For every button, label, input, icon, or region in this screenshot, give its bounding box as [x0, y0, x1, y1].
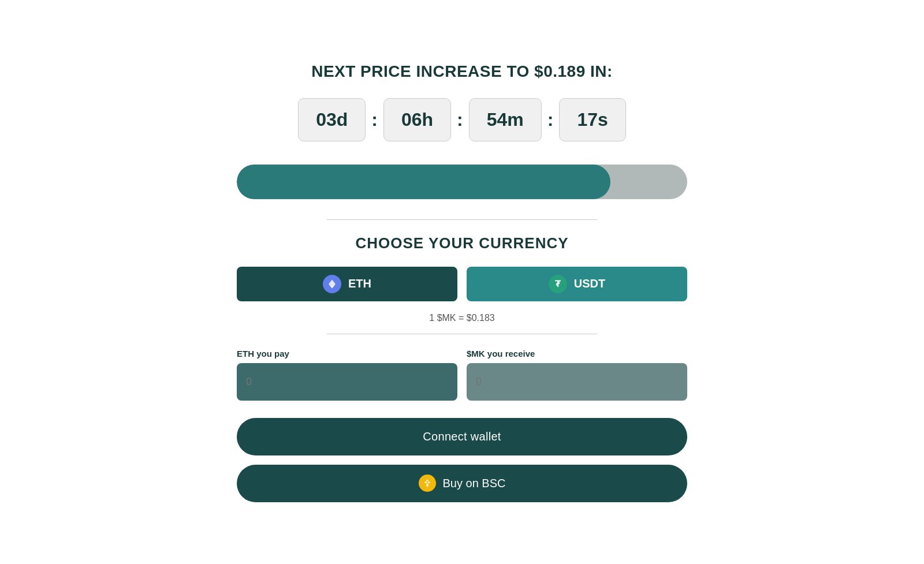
bsc-icon	[419, 475, 436, 492]
price-title: NEXT PRICE INCREASE TO $0.189 IN:	[311, 62, 613, 81]
svg-marker-5	[426, 483, 429, 485]
currency-buttons-group: ETH ₮ USDT	[237, 267, 687, 301]
eth-button[interactable]: ETH	[237, 267, 457, 301]
receive-input-group: $MK you receive	[467, 349, 687, 401]
countdown-hours: 06h	[383, 98, 451, 141]
exchange-rate: 1 $MK = $0.183	[429, 313, 494, 323]
divider-1	[327, 219, 597, 220]
usdt-icon-symbol: ₮	[555, 279, 561, 289]
currency-section-title: CHOOSE YOUR CURRENCY	[355, 234, 568, 252]
countdown-days: 03d	[298, 98, 366, 141]
connect-wallet-label: Connect wallet	[423, 430, 501, 443]
pay-input-group: ETH you pay	[237, 349, 457, 401]
receive-currency-label: $MK	[467, 349, 485, 358]
countdown-sep-3: :	[547, 109, 554, 130]
receive-input[interactable]	[467, 363, 687, 401]
progress-bar-fill	[237, 165, 610, 199]
usdt-button[interactable]: ₮ USDT	[467, 267, 687, 301]
eth-button-label: ETH	[348, 277, 371, 290]
buy-bsc-button[interactable]: Buy on BSC	[237, 465, 687, 502]
progress-bar-container: USDT Raised : $1,246,959.53 / $1,500,000	[237, 165, 687, 199]
divider-2	[327, 334, 597, 334]
pay-suffix: you pay	[256, 349, 289, 358]
pay-label: ETH you pay	[237, 349, 457, 358]
receive-label: $MK you receive	[467, 349, 687, 358]
svg-marker-4	[427, 481, 430, 483]
countdown-sep-1: :	[371, 109, 378, 130]
eth-icon	[323, 275, 341, 293]
inputs-row: ETH you pay $MK you receive	[237, 349, 687, 401]
countdown-sep-2: :	[457, 109, 463, 130]
svg-marker-2	[426, 479, 429, 481]
main-container: NEXT PRICE INCREASE TO $0.189 IN: 03d : …	[225, 39, 699, 525]
usdt-button-label: USDT	[574, 277, 605, 290]
pay-currency-label: ETH	[237, 349, 254, 358]
connect-wallet-button[interactable]: Connect wallet	[237, 418, 687, 455]
pay-input[interactable]	[237, 363, 457, 401]
receive-suffix: you receive	[487, 349, 535, 358]
countdown-timer: 03d : 06h : 54m : 17s	[298, 98, 626, 141]
countdown-minutes: 54m	[469, 98, 542, 141]
usdt-icon: ₮	[549, 275, 567, 293]
buy-bsc-label: Buy on BSC	[443, 477, 506, 490]
countdown-seconds: 17s	[559, 98, 625, 141]
svg-marker-3	[424, 481, 427, 483]
